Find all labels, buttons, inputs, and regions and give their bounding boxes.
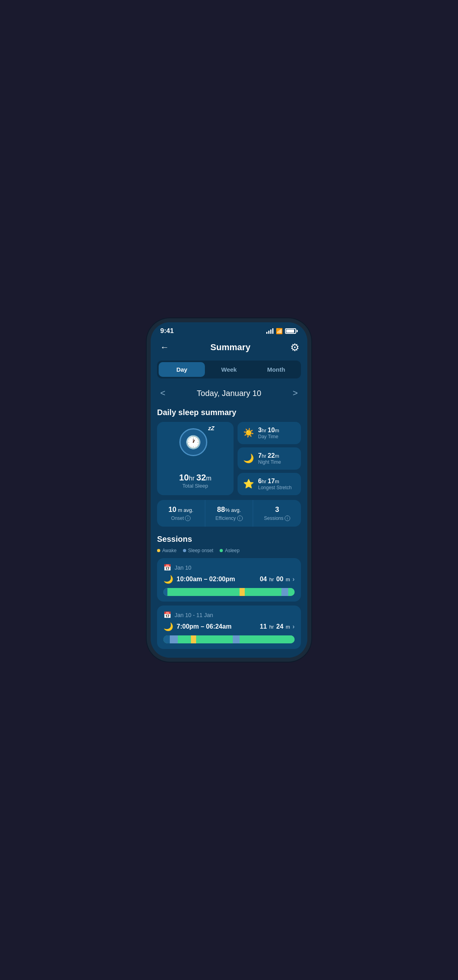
session-duration-2: 11hr 24m ›: [260, 623, 295, 630]
moon-icon: 🌙: [243, 453, 254, 464]
tab-week[interactable]: Week: [206, 362, 252, 377]
session-duration-1: 04hr 00m ›: [260, 576, 295, 583]
sleep-bar-1: [163, 588, 295, 596]
bar-segment: [163, 635, 170, 643]
bar-segment: [240, 635, 295, 643]
sessions-section: Sessions Awake Sleep onset Asleep: [151, 535, 307, 649]
bar-segment: [170, 635, 178, 643]
asleep-dot: [220, 549, 223, 552]
total-sleep-label: Total Sleep: [179, 483, 211, 489]
bar-segment: [233, 635, 239, 643]
efficiency-stat: 88% avg. Efficiency i: [205, 500, 254, 527]
nighttime-card: 🌙 7hr 22m Night Time: [238, 447, 301, 470]
date-next-button[interactable]: >: [289, 386, 301, 400]
onset-stat: 10 m avg. Onset i: [157, 500, 205, 527]
sessions-stat: 3 Sessions i: [253, 500, 301, 527]
longest-stretch-label: Longest Stretch: [258, 485, 292, 490]
onset-label: Onset i: [161, 515, 201, 521]
session-time-range-2: 7:00pm – 06:24am: [177, 623, 232, 630]
bar-segment: [167, 588, 240, 596]
star-icon: ⭐: [243, 479, 254, 489]
session-chevron-2: ›: [293, 623, 295, 630]
phone-screen: 9:41 📶 ← Summary ⚙ Day: [151, 322, 307, 658]
session-row-1: 🌙 10:00am – 02:00pm 04hr 00m ›: [163, 574, 295, 584]
stats-row: 10 m avg. Onset i 88% avg. Efficiency i …: [157, 500, 301, 527]
tab-day[interactable]: Day: [159, 362, 205, 377]
date-prev-button[interactable]: <: [157, 386, 169, 400]
signal-icon: [266, 328, 273, 334]
sleep-bar-2: [163, 635, 295, 643]
session-card-1[interactable]: 📅 Jan 10 🌙 10:00am – 02:00pm 04hr 00m ›: [157, 558, 301, 602]
session-date-1: 📅 Jan 10: [163, 564, 295, 571]
awake-dot: [157, 549, 160, 552]
session-chevron-1: ›: [293, 576, 295, 583]
legend-asleep: Asleep: [220, 548, 240, 553]
efficiency-value: 88% avg.: [209, 506, 249, 514]
sessions-info-icon[interactable]: i: [285, 515, 290, 521]
sessions-legend: Awake Sleep onset Asleep: [157, 548, 301, 553]
nighttime-value: 7hr 22m: [258, 452, 281, 459]
back-button[interactable]: ←: [159, 341, 171, 354]
battery-icon: [285, 328, 298, 334]
daytime-card: ☀️ 3hr 10m Day Time: [238, 422, 301, 444]
phone-frame: 9:41 📶 ← Summary ⚙ Day: [151, 322, 307, 658]
tab-bar: Day Week Month: [157, 361, 301, 378]
sleep-clock: 🕐 zZ: [179, 428, 211, 460]
daytime-value: 3hr 10m: [258, 427, 279, 434]
sleep-onset-dot: [183, 549, 186, 552]
session-moon-icon-1: 🌙: [163, 574, 173, 584]
wifi-icon: 📶: [276, 328, 283, 334]
daily-sleep-section-title: Daily sleep summary: [151, 406, 307, 422]
bar-segment: [240, 588, 245, 596]
onset-value: 10 m avg.: [161, 506, 201, 514]
bar-segment: [288, 588, 295, 596]
nighttime-label: Night Time: [258, 459, 281, 465]
current-date: Today, January 10: [197, 389, 261, 398]
side-metric-cards: ☀️ 3hr 10m Day Time 🌙 7hr 22m: [238, 422, 301, 495]
session-date-2: 📅 Jan 10 - 11 Jan: [163, 611, 295, 619]
sun-icon: ☀️: [243, 428, 254, 438]
total-sleep-card: 🕐 zZ 10hr 32m Total Sleep: [157, 422, 234, 495]
sessions-section-title: Sessions: [157, 535, 301, 544]
legend-sleep-onset: Sleep onset: [183, 548, 213, 553]
summary-grid: 🕐 zZ 10hr 32m Total Sleep ☀️: [151, 422, 307, 500]
total-sleep-hours: 10: [179, 472, 189, 482]
onset-info-icon[interactable]: i: [185, 515, 191, 521]
zzz-decoration: zZ: [208, 425, 214, 431]
status-time: 9:41: [160, 327, 174, 335]
tab-month[interactable]: Month: [253, 362, 299, 377]
bar-segment: [196, 635, 233, 643]
efficiency-label: Efficiency i: [209, 515, 249, 521]
date-nav: < Today, January 10 >: [151, 385, 307, 406]
calendar-icon-1: 📅: [163, 564, 171, 571]
calendar-icon-2: 📅: [163, 611, 171, 619]
page-title: Summary: [210, 342, 250, 353]
bar-segment: [191, 635, 196, 643]
session-row-2: 🌙 7:00pm – 06:24am 11hr 24m ›: [163, 622, 295, 631]
daytime-label: Day Time: [258, 434, 279, 439]
longest-stretch-card: ⭐ 6hr 17m Longest Stretch: [238, 473, 301, 495]
sessions-label: Sessions i: [257, 515, 297, 521]
bar-segment: [163, 588, 167, 596]
bar-segment: [178, 635, 191, 643]
sessions-value: 3: [257, 506, 297, 514]
session-card-2[interactable]: 📅 Jan 10 - 11 Jan 🌙 7:00pm – 06:24am 11h…: [157, 606, 301, 649]
bar-segment: [245, 588, 281, 596]
efficiency-info-icon[interactable]: i: [237, 515, 243, 521]
settings-icon[interactable]: ⚙: [290, 341, 299, 354]
total-sleep-minutes: 32: [196, 472, 206, 482]
total-sleep-time: 10hr 32m: [179, 472, 211, 483]
header: ← Summary ⚙: [151, 337, 307, 361]
clock-icon: 🕐: [179, 428, 207, 456]
longest-stretch-value: 6hr 17m: [258, 478, 292, 485]
home-indicator: [151, 653, 307, 658]
status-bar: 9:41 📶: [151, 322, 307, 337]
session-time-range-1: 10:00am – 02:00pm: [177, 576, 235, 583]
status-icons: 📶: [266, 328, 298, 334]
session-moon-icon-2: 🌙: [163, 622, 173, 631]
bar-segment: [281, 588, 288, 596]
legend-awake: Awake: [157, 548, 177, 553]
